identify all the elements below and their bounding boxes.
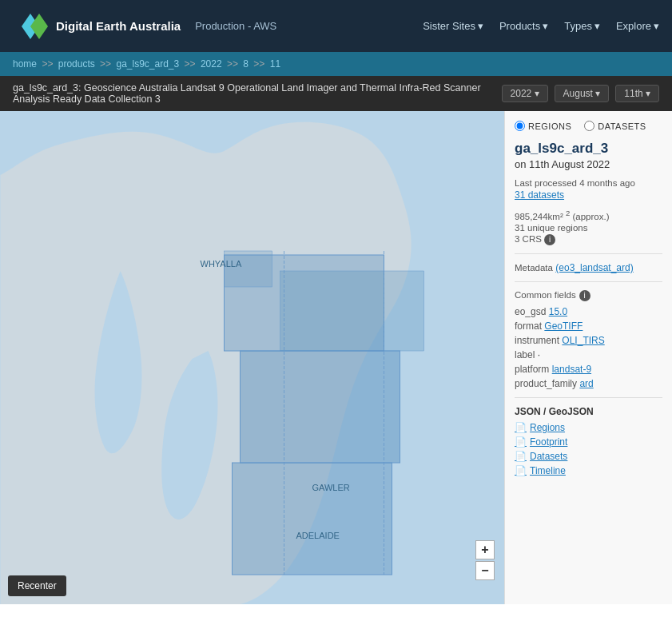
nav-products[interactable]: Products ▾ — [499, 20, 548, 32]
json-datasets-link[interactable]: 📄 Datasets — [515, 451, 662, 462]
site-title: Digital Earth Australia — [56, 19, 181, 33]
nav-sister-sites[interactable]: Sister Sites ▾ — [423, 20, 483, 32]
breadcrumb-day[interactable]: 11 — [270, 58, 280, 70]
zoom-in-button[interactable]: + — [475, 540, 495, 559]
dataset-title: ga_ls9c_ard_3: Geoscience Australia Land… — [13, 82, 495, 105]
field-platform: platform landsat-9 — [515, 364, 662, 375]
footprint-doc-icon: 📄 — [515, 436, 527, 448]
processed-section: Last processed 4 months ago 31 datasets — [515, 178, 662, 201]
field-instrument: instrument OLI_TIRS — [515, 335, 662, 346]
radio-regions[interactable] — [515, 121, 525, 131]
radio-datasets-label[interactable]: DATASETS — [584, 121, 646, 131]
sidebar: REGIONS DATASETS ga_ls9c_ard_3 on 11th A… — [504, 111, 672, 604]
dea-logo — [13, 9, 48, 44]
label-gawler: GAWLER — [312, 483, 350, 492]
breadcrumb-products[interactable]: products — [58, 58, 95, 70]
nav-types[interactable]: Types ▾ — [564, 20, 600, 32]
product-date: on 11th August 2022 — [515, 158, 662, 170]
breadcrumb: home >> products >> ga_ls9c_ard_3 >> 202… — [0, 52, 672, 76]
main-layout: WHYALLA GAWLER ADELAIDE + − Recenter REG… — [0, 111, 672, 604]
crs-info-icon[interactable]: i — [544, 234, 555, 245]
json-section: JSON / GeoJSON 📄 Regions 📄 Footprint 📄 D… — [515, 406, 662, 476]
metadata-section: Metadata (eo3_landsat_ard) — [515, 262, 662, 273]
json-timeline-link[interactable]: 📄 Timeline — [515, 465, 662, 476]
top-nav: Digital Earth Australia Production - AWS… — [0, 0, 672, 52]
radio-datasets[interactable] — [584, 121, 594, 131]
common-fields-section: Common fields i eo_gsd 15.0 format GeoTI… — [515, 290, 662, 389]
svg-rect-7 — [225, 251, 272, 287]
label-adelaide: ADELAIDE — [296, 531, 340, 540]
crs-text: 3 CRS i — [515, 234, 662, 245]
common-fields-info-icon[interactable]: i — [579, 290, 590, 301]
datasets-doc-icon: 📄 — [515, 451, 527, 462]
field-format: format GeoTIFF — [515, 320, 662, 332]
recenter-button[interactable]: Recenter — [8, 575, 66, 596]
label-whyalla: WHYALLA — [201, 259, 242, 269]
radio-regions-label[interactable]: REGIONS — [515, 121, 571, 131]
metadata-link[interactable]: (eo3_landsat_ard) — [555, 262, 633, 273]
svg-rect-6 — [280, 271, 424, 351]
month-dropdown[interactable]: August ▾ — [555, 85, 610, 102]
breadcrumb-month[interactable]: 8 — [243, 58, 249, 70]
common-fields-label: Common fields — [515, 290, 576, 300]
divider-2 — [515, 281, 662, 282]
field-product-family: product_family ard — [515, 378, 662, 389]
nav-explore[interactable]: Explore ▾ — [616, 20, 659, 32]
site-env: Production - AWS — [195, 20, 276, 32]
view-toggle: REGIONS DATASETS — [515, 121, 662, 131]
json-section-title: JSON / GeoJSON — [515, 406, 662, 417]
area-section: 985,244km² 2 (approx.) 31 unique regions… — [515, 209, 662, 245]
json-regions-link[interactable]: 📄 Regions — [515, 422, 662, 433]
day-dropdown[interactable]: 11th ▾ — [615, 85, 659, 102]
breadcrumb-product-id[interactable]: ga_ls9c_ard_3 — [116, 58, 179, 70]
unique-regions-text: 31 unique regions — [515, 223, 662, 233]
field-eo-gsd: eo_gsd 15.0 — [515, 306, 662, 317]
zoom-out-button[interactable]: − — [475, 561, 495, 580]
year-dropdown[interactable]: 2022 ▾ — [502, 85, 548, 102]
last-processed-text: Last processed 4 months ago — [515, 178, 662, 188]
svg-rect-5 — [233, 463, 392, 575]
breadcrumb-home[interactable]: home — [13, 58, 37, 70]
divider-3 — [515, 397, 662, 398]
map-controls: + − — [475, 540, 495, 580]
map-area: WHYALLA GAWLER ADELAIDE + − Recenter — [0, 111, 504, 604]
product-name: ga_ls9c_ard_3 — [515, 141, 662, 157]
logo-area: Digital Earth Australia Production - AWS — [13, 9, 423, 44]
datasets-link[interactable]: 31 datasets — [515, 189, 662, 201]
divider-1 — [515, 253, 662, 254]
svg-rect-4 — [241, 351, 400, 463]
map-svg: WHYALLA GAWLER ADELAIDE — [0, 111, 504, 604]
area-text: 985,244km² 2 (approx.) — [515, 209, 662, 221]
field-label: label · — [515, 349, 662, 360]
json-footprint-link[interactable]: 📄 Footprint — [515, 436, 662, 448]
nav-links: Sister Sites ▾ Products ▾ Types ▾ Explor… — [423, 20, 659, 32]
metadata-label: Metadata — [515, 263, 553, 273]
regions-doc-icon: 📄 — [515, 422, 527, 433]
dataset-bar: ga_ls9c_ard_3: Geoscience Australia Land… — [0, 76, 672, 111]
breadcrumb-year[interactable]: 2022 — [201, 58, 222, 70]
timeline-doc-icon: 📄 — [515, 465, 527, 476]
